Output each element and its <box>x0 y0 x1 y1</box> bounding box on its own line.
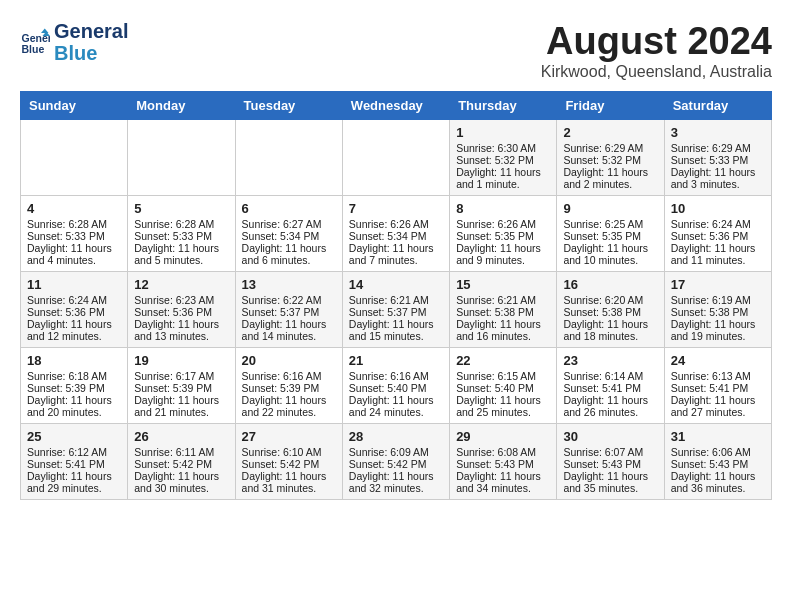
day-detail: Sunrise: 6:22 AM <box>242 294 336 306</box>
day-detail: Sunset: 5:42 PM <box>242 458 336 470</box>
day-number: 8 <box>456 201 550 216</box>
day-detail: Daylight: 11 hours and 22 minutes. <box>242 394 336 418</box>
day-detail: Daylight: 11 hours and 3 minutes. <box>671 166 765 190</box>
day-number: 11 <box>27 277 121 292</box>
day-detail: Sunset: 5:35 PM <box>456 230 550 242</box>
day-number: 2 <box>563 125 657 140</box>
calendar-cell: 17Sunrise: 6:19 AMSunset: 5:38 PMDayligh… <box>664 272 771 348</box>
calendar-cell: 25Sunrise: 6:12 AMSunset: 5:41 PMDayligh… <box>21 424 128 500</box>
day-detail: Sunrise: 6:15 AM <box>456 370 550 382</box>
day-number: 27 <box>242 429 336 444</box>
calendar-cell: 4Sunrise: 6:28 AMSunset: 5:33 PMDaylight… <box>21 196 128 272</box>
day-number: 28 <box>349 429 443 444</box>
day-number: 12 <box>134 277 228 292</box>
day-detail: Daylight: 11 hours and 5 minutes. <box>134 242 228 266</box>
calendar-cell: 18Sunrise: 6:18 AMSunset: 5:39 PMDayligh… <box>21 348 128 424</box>
day-detail: Sunrise: 6:25 AM <box>563 218 657 230</box>
day-detail: Sunrise: 6:27 AM <box>242 218 336 230</box>
day-detail: Daylight: 11 hours and 7 minutes. <box>349 242 443 266</box>
day-number: 29 <box>456 429 550 444</box>
day-detail: Daylight: 11 hours and 26 minutes. <box>563 394 657 418</box>
calendar-week-row: 1Sunrise: 6:30 AMSunset: 5:32 PMDaylight… <box>21 120 772 196</box>
day-detail: Daylight: 11 hours and 34 minutes. <box>456 470 550 494</box>
day-number: 18 <box>27 353 121 368</box>
day-detail: Sunset: 5:41 PM <box>563 382 657 394</box>
calendar-cell: 5Sunrise: 6:28 AMSunset: 5:33 PMDaylight… <box>128 196 235 272</box>
calendar-table: SundayMondayTuesdayWednesdayThursdayFrid… <box>20 91 772 500</box>
day-detail: Sunset: 5:39 PM <box>242 382 336 394</box>
calendar-cell: 23Sunrise: 6:14 AMSunset: 5:41 PMDayligh… <box>557 348 664 424</box>
day-header-monday: Monday <box>128 92 235 120</box>
calendar-header-row: SundayMondayTuesdayWednesdayThursdayFrid… <box>21 92 772 120</box>
calendar-cell: 19Sunrise: 6:17 AMSunset: 5:39 PMDayligh… <box>128 348 235 424</box>
day-detail: Sunrise: 6:13 AM <box>671 370 765 382</box>
day-detail: Sunrise: 6:11 AM <box>134 446 228 458</box>
day-detail: Daylight: 11 hours and 20 minutes. <box>27 394 121 418</box>
day-number: 1 <box>456 125 550 140</box>
day-number: 9 <box>563 201 657 216</box>
day-detail: Sunset: 5:34 PM <box>242 230 336 242</box>
day-detail: Daylight: 11 hours and 14 minutes. <box>242 318 336 342</box>
day-detail: Sunset: 5:42 PM <box>349 458 443 470</box>
day-detail: Sunrise: 6:26 AM <box>456 218 550 230</box>
logo-icon: General Blue <box>20 27 50 57</box>
calendar-cell: 11Sunrise: 6:24 AMSunset: 5:36 PMDayligh… <box>21 272 128 348</box>
day-detail: Sunset: 5:42 PM <box>134 458 228 470</box>
day-header-friday: Friday <box>557 92 664 120</box>
day-detail: Daylight: 11 hours and 29 minutes. <box>27 470 121 494</box>
day-detail: Sunset: 5:36 PM <box>27 306 121 318</box>
day-number: 3 <box>671 125 765 140</box>
day-detail: Daylight: 11 hours and 31 minutes. <box>242 470 336 494</box>
day-detail: Daylight: 11 hours and 10 minutes. <box>563 242 657 266</box>
day-number: 21 <box>349 353 443 368</box>
day-detail: Daylight: 11 hours and 36 minutes. <box>671 470 765 494</box>
day-detail: Sunrise: 6:21 AM <box>349 294 443 306</box>
calendar-cell: 12Sunrise: 6:23 AMSunset: 5:36 PMDayligh… <box>128 272 235 348</box>
calendar-cell: 22Sunrise: 6:15 AMSunset: 5:40 PMDayligh… <box>450 348 557 424</box>
day-detail: Daylight: 11 hours and 9 minutes. <box>456 242 550 266</box>
day-detail: Sunset: 5:36 PM <box>134 306 228 318</box>
day-detail: Sunset: 5:32 PM <box>563 154 657 166</box>
svg-text:Blue: Blue <box>22 43 45 55</box>
calendar-cell: 21Sunrise: 6:16 AMSunset: 5:40 PMDayligh… <box>342 348 449 424</box>
day-header-thursday: Thursday <box>450 92 557 120</box>
calendar-cell: 27Sunrise: 6:10 AMSunset: 5:42 PMDayligh… <box>235 424 342 500</box>
day-detail: Sunset: 5:41 PM <box>671 382 765 394</box>
title-block: August 2024 Kirkwood, Queensland, Austra… <box>541 20 772 81</box>
day-detail: Sunrise: 6:12 AM <box>27 446 121 458</box>
calendar-cell: 26Sunrise: 6:11 AMSunset: 5:42 PMDayligh… <box>128 424 235 500</box>
day-detail: Sunrise: 6:16 AM <box>242 370 336 382</box>
day-detail: Sunrise: 6:20 AM <box>563 294 657 306</box>
day-detail: Daylight: 11 hours and 6 minutes. <box>242 242 336 266</box>
calendar-cell <box>342 120 449 196</box>
day-detail: Sunrise: 6:06 AM <box>671 446 765 458</box>
day-detail: Sunrise: 6:24 AM <box>671 218 765 230</box>
day-detail: Sunset: 5:33 PM <box>671 154 765 166</box>
calendar-cell: 31Sunrise: 6:06 AMSunset: 5:43 PMDayligh… <box>664 424 771 500</box>
day-header-sunday: Sunday <box>21 92 128 120</box>
day-detail: Sunrise: 6:24 AM <box>27 294 121 306</box>
day-number: 16 <box>563 277 657 292</box>
day-detail: Daylight: 11 hours and 18 minutes. <box>563 318 657 342</box>
day-detail: Sunrise: 6:28 AM <box>134 218 228 230</box>
day-number: 23 <box>563 353 657 368</box>
calendar-cell: 1Sunrise: 6:30 AMSunset: 5:32 PMDaylight… <box>450 120 557 196</box>
day-detail: Sunset: 5:33 PM <box>27 230 121 242</box>
day-detail: Sunrise: 6:18 AM <box>27 370 121 382</box>
day-detail: Daylight: 11 hours and 21 minutes. <box>134 394 228 418</box>
day-detail: Sunset: 5:38 PM <box>456 306 550 318</box>
day-detail: Sunrise: 6:23 AM <box>134 294 228 306</box>
day-number: 4 <box>27 201 121 216</box>
calendar-cell: 16Sunrise: 6:20 AMSunset: 5:38 PMDayligh… <box>557 272 664 348</box>
day-number: 17 <box>671 277 765 292</box>
day-detail: Sunrise: 6:09 AM <box>349 446 443 458</box>
day-detail: Sunrise: 6:07 AM <box>563 446 657 458</box>
calendar-cell: 15Sunrise: 6:21 AMSunset: 5:38 PMDayligh… <box>450 272 557 348</box>
day-detail: Sunset: 5:40 PM <box>349 382 443 394</box>
day-number: 14 <box>349 277 443 292</box>
day-detail: Daylight: 11 hours and 30 minutes. <box>134 470 228 494</box>
calendar-week-row: 11Sunrise: 6:24 AMSunset: 5:36 PMDayligh… <box>21 272 772 348</box>
calendar-cell: 29Sunrise: 6:08 AMSunset: 5:43 PMDayligh… <box>450 424 557 500</box>
day-detail: Sunset: 5:36 PM <box>671 230 765 242</box>
logo-general: General <box>54 20 128 42</box>
